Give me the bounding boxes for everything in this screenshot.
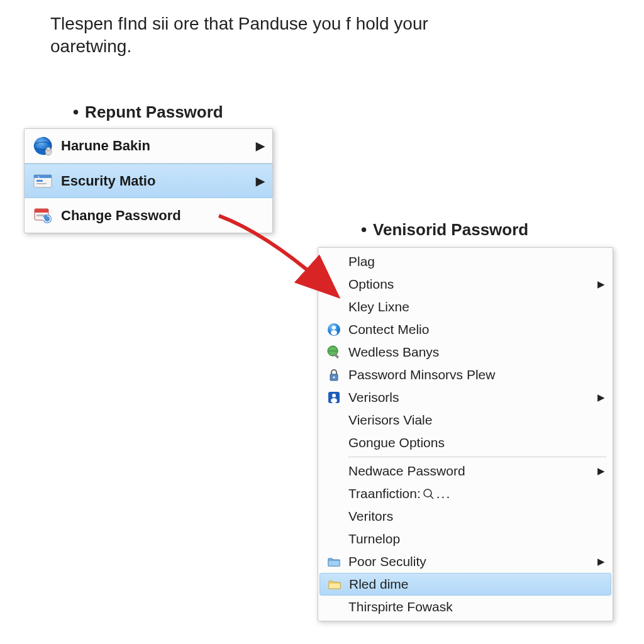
menu2-item-label: Kley Lixne [348,299,409,314]
security-card-icon: C [31,169,55,193]
svg-rect-10 [35,209,48,213]
menu1-item-harune-bakin[interactable]: Harune Bakin ▶ [25,129,272,164]
menu2-item-traanfiction[interactable]: Traanfiction: ... [319,482,611,505]
folder-yellow-icon [325,575,344,594]
menu1-item-escurity-matio[interactable]: C Escurity Matio ▶ [25,164,272,198]
globe-wrench-icon [325,343,343,362]
menu2-item-wedless-banys[interactable]: Wedless Banys [319,341,611,364]
svg-point-23 [331,398,337,403]
menu2-item-label: Rled dime [349,577,409,592]
menu2-item-password-minsorvs-plew[interactable]: Password Minsorvs Plew [319,364,611,386]
submenu-arrow-icon: ▶ [597,465,605,477]
menu2-item-vierisors-viale[interactable]: Vierisors Viale [319,409,611,431]
svg-rect-6 [36,180,43,182]
menu2-item-plag[interactable]: Plag [319,250,611,273]
heading-text: Tlespen fInd sii ore that Panduse you f … [50,13,503,58]
menu2-item-thirspirte-fowask[interactable]: Thirspirte Fowask [319,596,611,618]
menu2-item-label: Options [348,277,394,292]
menu2-item-label: Veritors [348,509,393,524]
svg-text:C: C [38,175,40,179]
search-ellipsis-icon: ... [423,486,452,501]
svg-rect-7 [36,183,47,184]
info-person-icon [325,320,343,339]
submenu-arrow-icon: ▶ [597,279,605,290]
menu2-item-rled-dime[interactable]: Rled dime [319,573,611,596]
menu2-item-label: Wedless Banys [348,345,439,360]
menu2-item-options[interactable]: Options ▶ [319,273,611,296]
submenu-arrow-icon: ▶ [256,139,265,153]
menu2-item-label: Poor Seculity [348,554,426,569]
blank-icon [325,597,343,616]
menu2-item-label: Password Minsorvs Plew [348,367,495,382]
svg-point-16 [331,330,337,335]
menu1-item-label: Harune Bakin [61,138,150,154]
submenu-arrow-icon: ▶ [597,556,605,567]
blank-icon [325,297,343,316]
blank-icon [325,433,343,452]
globe-person-icon [31,134,55,158]
menu2-item-kley-lixne[interactable]: Kley Lixne [319,296,611,318]
menu2-item-label: Gongue Options [348,435,445,450]
lock-icon [325,365,343,384]
folder-blue-icon [325,552,343,571]
menu-separator [348,457,606,457]
menu2-item-label: Contect Melio [348,322,429,337]
menu1-item-label: Change Password [61,208,181,224]
menu2-item-label: Verisorls [348,390,399,405]
svg-rect-5 [34,175,52,178]
blank-icon [325,507,343,526]
menu2-item-contect-melio[interactable]: Contect Melio [319,318,611,341]
menu2-label: Venisorid Password [361,220,528,240]
verisorls-icon [325,388,343,407]
svg-point-3 [47,147,50,151]
blank-icon [325,462,343,480]
svg-point-20 [333,377,335,379]
blank-icon [325,484,343,503]
menu2-item-nedwace-password[interactable]: Nedwace Password ▶ [319,460,611,482]
menu1-item-label: Escurity Matio [61,173,155,189]
menu2-item-label: Traanfiction: [348,486,421,501]
menu2-item-label: Turnelop [348,531,400,547]
menu2-item-label: Plag [348,254,375,269]
blank-icon [325,275,343,294]
submenu-arrow-icon: ▶ [256,174,265,188]
svg-point-15 [332,326,336,330]
change-password-icon [31,204,55,228]
blank-icon [325,530,343,548]
menu2-item-turnelop[interactable]: Turnelop [319,528,611,550]
blank-icon [325,252,343,271]
menu-repunt-password: Harune Bakin ▶ C Escurity Matio ▶ [24,128,273,233]
menu1-item-change-password[interactable]: Change Password [25,198,272,233]
menu2-item-label: Nedwace Password [348,464,465,479]
svg-line-25 [430,496,433,499]
svg-point-22 [332,394,336,397]
menu2-item-label: Thirspirte Fowask [348,599,453,614]
menu1-label: Repunt Password [73,103,223,122]
menu2-item-verisorls[interactable]: Verisorls ▶ [319,386,611,409]
blank-icon [325,411,343,430]
menu2-item-poor-seculity[interactable]: Poor Seculity ▶ [319,550,611,573]
svg-rect-27 [329,583,340,589]
menu2-item-veritors[interactable]: Veritors [319,505,611,528]
menu2-item-gongue-options[interactable]: Gongue Options [319,431,611,454]
menu-venisorid-password: Plag Options ▶ Kley Lixne Contect Melio [318,247,613,621]
svg-rect-26 [328,560,340,566]
submenu-arrow-icon: ▶ [597,392,605,403]
menu2-item-label: Vierisors Viale [348,413,432,428]
svg-point-24 [424,489,431,497]
